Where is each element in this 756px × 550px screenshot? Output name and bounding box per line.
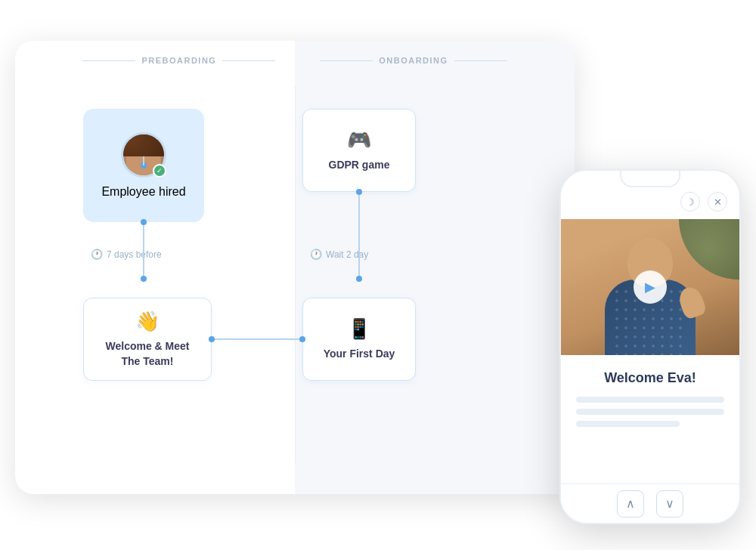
gdpr-icon: 🎮 — [347, 128, 371, 152]
welcome-label: Welcome & Meet The Team! — [99, 339, 196, 369]
phone-content: Welcome Eva! — [561, 355, 739, 457]
scene: PREBOARDING ONBOARDING — [15, 18, 741, 532]
your-first-day-card: 📱 Your First Day — [302, 298, 416, 381]
nav-down-button[interactable]: ∨ — [656, 490, 683, 518]
clock-icon-2: 🕐 — [310, 249, 322, 260]
moon-button[interactable]: ☽ — [680, 192, 700, 212]
preboarding-label: PREBOARDING — [82, 56, 275, 65]
onboarding-wait-label: 🕐 Wait 2 day — [310, 249, 368, 260]
nav-up-button[interactable]: ∧ — [617, 490, 644, 518]
close-button[interactable]: ✕ — [708, 192, 727, 212]
preboarding-wait-label: 🕐 7 days before — [91, 249, 162, 260]
gdpr-game-card: 🎮 GDPR game — [302, 109, 416, 192]
onboarding-label: ONBOARDING — [320, 56, 507, 65]
firstday-label: Your First Day — [324, 347, 395, 362]
phone: ☽ ✕ ▶ Welcome Eva! — [559, 169, 741, 524]
svg-point-8 — [356, 276, 362, 282]
avatar-container: ✓ — [121, 132, 166, 178]
content-line-1 — [576, 397, 724, 403]
employee-hired-label: Employee hired — [101, 185, 185, 199]
phone-nav: ∧ ∨ — [561, 484, 739, 523]
phone-video[interactable]: ▶ — [561, 219, 739, 355]
welcome-title: Welcome Eva! — [576, 370, 724, 386]
welcome-team-card: 👋 Welcome & Meet The Team! — [83, 298, 212, 381]
section-labels: PREBOARDING ONBOARDING — [60, 56, 529, 65]
employee-hired-card: ✓ Employee hired — [83, 109, 204, 222]
clock-icon: 🕐 — [91, 249, 103, 260]
flow-diagram: ✓ Employee hired 🎮 GDPR game 👋 Welcome &… — [15, 86, 575, 494]
svg-point-2 — [141, 276, 147, 282]
content-line-2 — [576, 409, 724, 415]
play-button[interactable]: ▶ — [634, 270, 667, 304]
avatar-hair — [123, 132, 164, 156]
checkmark-badge: ✓ — [153, 164, 166, 178]
content-lines — [576, 397, 724, 427]
tablet: PREBOARDING ONBOARDING — [15, 41, 575, 494]
content-line-3 — [576, 421, 680, 427]
gdpr-label: GDPR game — [329, 158, 390, 173]
phone-notch — [620, 171, 680, 187]
firstday-icon: 📱 — [347, 317, 371, 341]
welcome-icon: 👋 — [135, 310, 160, 333]
